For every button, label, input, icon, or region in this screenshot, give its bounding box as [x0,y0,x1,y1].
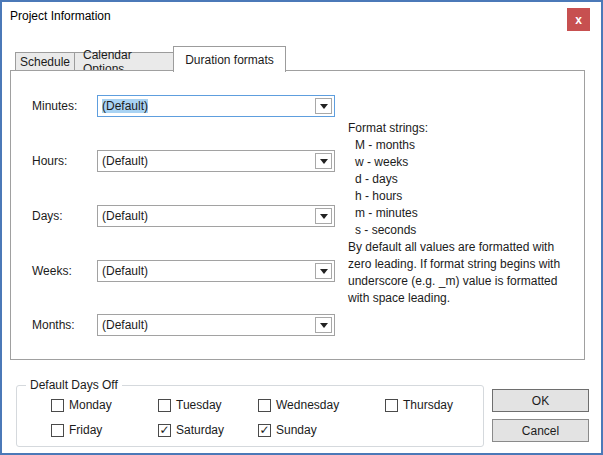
checkbox-saturday[interactable]: ✓ Saturday [158,423,224,437]
checkbox-thursday[interactable]: Thursday [385,398,453,412]
tab-schedule[interactable]: Schedule [15,52,74,71]
close-icon: x [575,13,582,27]
dropdown-button[interactable] [315,317,332,333]
checkbox-label: Friday [69,423,102,437]
months-row: Months: (Default) [2,314,601,336]
dropdown-button[interactable] [315,208,332,224]
format-strings-help: Format strings: M - months w - weeks d -… [348,120,580,307]
checkbox-icon: ✓ [158,424,171,437]
help-item: M - months [348,137,580,154]
dialog-title: Project Information [10,9,111,23]
days-value: (Default) [102,209,148,223]
chevron-down-icon [320,214,328,219]
dropdown-button[interactable] [315,153,332,169]
hours-combobox[interactable]: (Default) [97,150,335,172]
checkbox-label: Tuesday [176,398,222,412]
help-item: d - days [348,171,580,188]
cancel-button[interactable]: Cancel [492,419,589,442]
help-note-line: By default all values are formatted with [348,239,580,256]
tab-label: Duration formats [185,53,274,67]
checkbox-icon [158,399,171,412]
hours-label: Hours: [32,154,67,168]
help-item: m - minutes [348,205,580,222]
checkbox-label: Monday [69,398,112,412]
weeks-combobox[interactable]: (Default) [97,260,335,282]
days-combobox[interactable]: (Default) [97,205,335,227]
weeks-value: (Default) [102,264,148,278]
close-button[interactable]: x [567,8,590,31]
hours-value: (Default) [102,154,148,168]
chevron-down-icon [320,323,328,328]
chevron-down-icon [320,104,328,109]
checkbox-icon [258,399,271,412]
checkbox-monday[interactable]: Monday [51,398,112,412]
checkbox-label: Thursday [403,398,453,412]
chevron-down-icon [320,159,328,164]
checkbox-icon [385,399,398,412]
group-title: Default Days Off [26,378,122,392]
minutes-value: (Default) [102,99,148,113]
months-value: (Default) [102,318,148,332]
checkbox-icon: ✓ [258,424,271,437]
minutes-label: Minutes: [32,99,77,113]
help-item: h - hours [348,188,580,205]
checkbox-wednesday[interactable]: Wednesday [258,398,339,412]
dropdown-button[interactable] [315,98,332,114]
checkbox-label: Sunday [276,423,317,437]
tab-strip: Schedule Calendar Options Duration forma… [2,46,601,71]
help-note-line: with space leading. [348,290,580,307]
checkbox-icon [51,399,64,412]
checkbox-label: Saturday [176,423,224,437]
checkbox-sunday[interactable]: ✓ Sunday [258,423,317,437]
project-information-dialog: Project Information x Schedule Calendar … [0,0,603,455]
checkbox-icon [51,424,64,437]
days-label: Days: [32,209,63,223]
help-item: w - weeks [348,154,580,171]
help-note-line: zero leading. If format string begins wi… [348,256,580,273]
help-note-line: underscore (e.g. _m) value is formatted [348,273,580,290]
weeks-label: Weeks: [32,264,72,278]
dropdown-button[interactable] [315,263,332,279]
minutes-combobox[interactable]: (Default) [97,95,335,117]
title-bar[interactable]: Project Information x [2,2,601,34]
months-label: Months: [32,318,75,332]
ok-button-label: OK [532,394,549,408]
ok-button[interactable]: OK [492,389,589,412]
help-title: Format strings: [348,120,580,137]
tab-calendar-options[interactable]: Calendar Options [74,52,174,71]
default-days-off-group: Default Days Off Monday Tuesday Wednesda… [16,385,484,447]
checkbox-friday[interactable]: Friday [51,423,102,437]
checkbox-label: Wednesday [276,398,339,412]
chevron-down-icon [320,269,328,274]
help-item: s - seconds [348,222,580,239]
tab-duration-formats[interactable]: Duration formats [173,46,286,72]
months-combobox[interactable]: (Default) [97,314,335,336]
minutes-row: Minutes: (Default) [2,95,601,117]
checkbox-tuesday[interactable]: Tuesday [158,398,222,412]
cancel-button-label: Cancel [522,424,559,438]
tab-label: Schedule [20,55,70,69]
